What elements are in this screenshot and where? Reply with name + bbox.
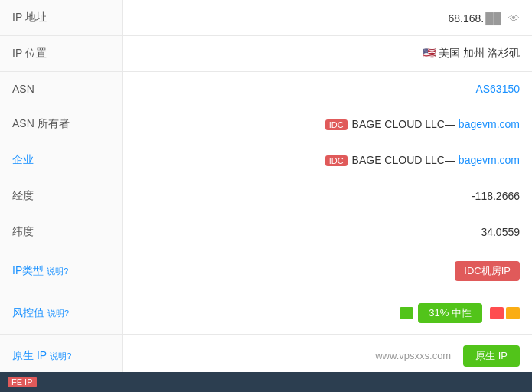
value-native-ip: www.vpsxxs.com 原生 IP bbox=[122, 335, 532, 378]
row-asn-owner: ASN 所有者 IDCBAGE CLOUD LLC— bagevm.com bbox=[0, 106, 532, 142]
asn-separator: — bbox=[445, 118, 455, 130]
row-native-ip: 原生 IP说明? www.vpsxxs.com 原生 IP bbox=[0, 335, 532, 378]
value-asn-owner: IDCBAGE CLOUD LLC— bagevm.com bbox=[122, 106, 532, 142]
idc-ip-badge: IDC机房IP bbox=[455, 261, 520, 281]
value-enterprise: IDCBAGE CLOUD LLC— bagevm.com bbox=[122, 142, 532, 178]
native-ip-label-link[interactable]: 原生 IP bbox=[12, 349, 47, 361]
asn-link[interactable]: AS63150 bbox=[475, 83, 520, 95]
ip-visible: 68.168. bbox=[449, 12, 485, 24]
value-longitude: -118.2666 bbox=[122, 178, 532, 214]
native-ip-button[interactable]: 原生 IP bbox=[463, 345, 520, 367]
enterprise-site-link[interactable]: bagevm.com bbox=[459, 154, 520, 166]
value-asn: AS63150 bbox=[122, 72, 532, 106]
risk-red-block bbox=[490, 307, 504, 319]
idc-badge-enterprise: IDC bbox=[325, 155, 348, 166]
label-latitude: 纬度 bbox=[0, 214, 122, 250]
native-ip-explain[interactable]: 说明? bbox=[50, 351, 71, 361]
value-risk: 31% 中性 bbox=[122, 292, 532, 335]
row-ip-location: IP 位置 🇺🇸美国 加州 洛杉矶 bbox=[0, 36, 532, 72]
row-longitude: 经度 -118.2666 bbox=[0, 178, 532, 214]
enterprise-separator: — bbox=[445, 154, 455, 166]
label-enterprise: 企业 bbox=[0, 142, 122, 178]
us-flag-icon: 🇺🇸 bbox=[423, 47, 436, 59]
location-text: 美国 加州 洛杉矶 bbox=[439, 47, 520, 59]
value-ip-address: 68.168.██ 👁 bbox=[122, 0, 532, 36]
risk-bar-container: 31% 中性 bbox=[400, 303, 520, 323]
row-latitude: 纬度 34.0559 bbox=[0, 214, 532, 250]
value-ip-location: 🇺🇸美国 加州 洛杉矶 bbox=[122, 36, 532, 72]
risk-explain[interactable]: 说明? bbox=[47, 309, 69, 318]
row-enterprise: 企业 IDCBAGE CLOUD LLC— bagevm.com bbox=[0, 142, 532, 178]
row-ip-type: IP类型说明? IDC机房IP bbox=[0, 250, 532, 292]
enterprise-label-link[interactable]: 企业 bbox=[12, 153, 34, 165]
row-risk: 风控值说明? 31% 中性 bbox=[0, 292, 532, 335]
enterprise-company: BAGE CLOUD LLC bbox=[352, 154, 445, 166]
eye-icon[interactable]: 👁 bbox=[508, 11, 520, 24]
value-latitude: 34.0559 bbox=[122, 214, 532, 250]
risk-yellow-block bbox=[506, 307, 520, 319]
value-ip-type: IDC机房IP bbox=[122, 250, 532, 292]
info-table: IP 地址 68.168.██ 👁 IP 位置 🇺🇸美国 加州 洛杉矶 ASN … bbox=[0, 0, 532, 378]
idc-badge-asn: IDC bbox=[325, 119, 348, 130]
asn-site-link[interactable]: bagevm.com bbox=[459, 118, 520, 130]
asn-company: BAGE CLOUD LLC bbox=[352, 118, 445, 130]
label-ip-location: IP 位置 bbox=[0, 36, 122, 72]
footer-tag: FE IP bbox=[8, 377, 37, 378]
label-asn-owner: ASN 所有者 bbox=[0, 106, 122, 142]
label-asn: ASN bbox=[0, 72, 122, 106]
risk-percent-label: 31% 中性 bbox=[418, 303, 482, 323]
footer-bar: FE IP bbox=[0, 372, 532, 378]
label-ip-type: IP类型说明? bbox=[0, 250, 122, 292]
risk-dots bbox=[490, 307, 520, 319]
label-longitude: 经度 bbox=[0, 178, 122, 214]
native-site-text: www.vpsxxs.com bbox=[375, 350, 451, 361]
risk-green-block bbox=[400, 307, 413, 319]
ip-hidden: ██ bbox=[485, 12, 501, 24]
row-ip-address: IP 地址 68.168.██ 👁 bbox=[0, 0, 532, 36]
row-asn: ASN AS63150 bbox=[0, 72, 532, 106]
label-ip-address: IP 地址 bbox=[0, 0, 122, 36]
risk-label-link[interactable]: 风控值 bbox=[12, 306, 44, 318]
label-native-ip: 原生 IP说明? bbox=[0, 335, 122, 378]
label-risk: 风控值说明? bbox=[0, 292, 122, 335]
ip-type-label-link[interactable]: IP类型 bbox=[12, 264, 44, 276]
ip-type-explain[interactable]: 说明? bbox=[47, 266, 68, 276]
